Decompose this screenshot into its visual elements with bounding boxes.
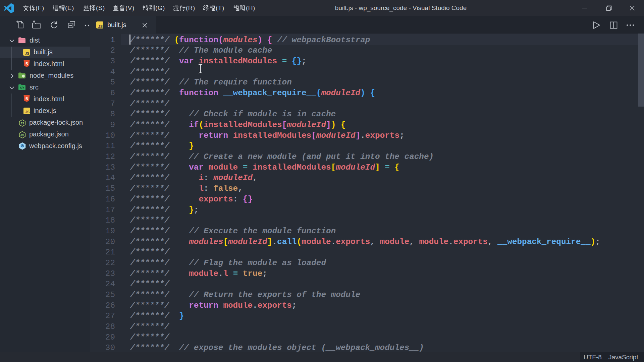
svg-text:JS: JS (20, 122, 24, 125)
svg-text:5: 5 (25, 61, 28, 66)
svg-text:JS: JS (20, 133, 24, 137)
svg-text:5: 5 (25, 96, 28, 101)
